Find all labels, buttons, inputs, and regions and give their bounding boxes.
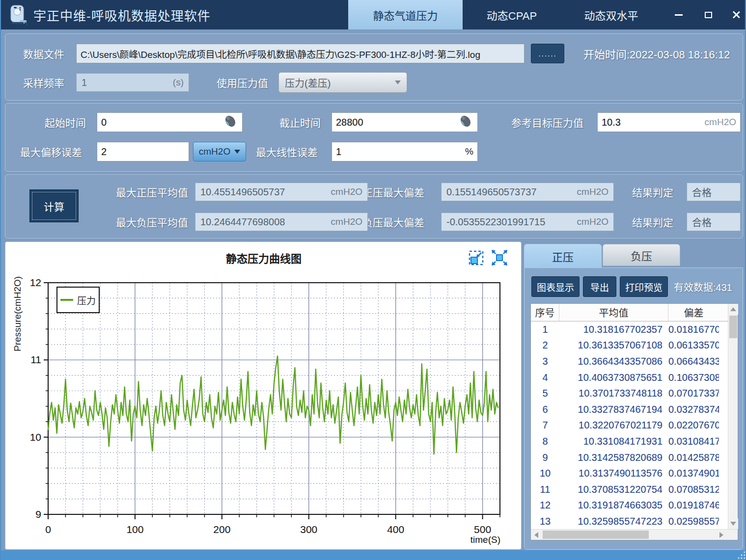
resize-grip-icon[interactable] <box>736 551 746 560</box>
cell-deviation: 0.0137490113576 <box>668 465 719 481</box>
cell-deviation: 0.0708531220754 <box>668 481 719 498</box>
export-button[interactable]: 导出 <box>583 276 616 297</box>
scroll-up-button[interactable] <box>728 304 738 315</box>
vertical-scrollbar[interactable] <box>728 304 738 529</box>
sample-rate-unit: (s) <box>173 77 184 88</box>
cell-deviation: 0.0613357067108 <box>668 338 719 354</box>
svg-text:10: 10 <box>30 431 41 443</box>
cell-index: 12 <box>531 498 559 514</box>
table-row[interactable]: 1010.31374901135760.0137490113576 <box>531 465 738 481</box>
cell-average: 10.4063730875651 <box>559 370 668 386</box>
cell-index: 4 <box>531 370 559 386</box>
max-linear-error-input[interactable]: 1 % <box>332 142 478 161</box>
table-row[interactable]: 710.32207670211790.0220767021179 <box>531 418 738 434</box>
valid-data-count: 有效数据:431 <box>674 276 732 297</box>
sample-rate-input[interactable]: 1 (s) <box>76 73 189 92</box>
vertical-scroll-thumb[interactable] <box>729 316 737 338</box>
cell-average: 10.3613357067108 <box>559 338 668 354</box>
chevron-down-icon <box>395 80 401 84</box>
target-pressure-unit: cmH2O <box>705 117 736 128</box>
browse-button[interactable]: ...... <box>531 44 564 63</box>
window-bottom-frame <box>1 550 746 560</box>
max-offset-error-label: 最大偏移误差 <box>20 142 82 161</box>
table-row[interactable]: 610.33278374671940.0327837467194 <box>531 401 738 418</box>
negative-max-deviation-value: -0.0535522301991715 cmH2O <box>441 213 614 231</box>
file-path-input[interactable]: C:\Users\颜峰\Desktop\完成项目\北检所\呼吸机数据\静态压力\… <box>76 44 525 63</box>
verdict-label: 结果判定 <box>632 183 673 201</box>
offset-unit-dropdown[interactable]: cmH2O <box>193 142 246 161</box>
cell-deviation: 0.0664343357086 <box>668 353 719 370</box>
target-pressure-input[interactable]: 10.3 cmH2O <box>597 112 741 132</box>
table-body: 110.3181677023570.018167702357210.361335… <box>531 321 738 530</box>
table-row[interactable]: 210.36133570671080.0613357067108 <box>531 338 738 354</box>
legend-line-swatch <box>60 299 73 301</box>
minimize-button[interactable] <box>668 0 690 29</box>
close-button[interactable] <box>725 0 746 29</box>
cell-deviation: 0.0259855747223 <box>668 513 719 530</box>
cell-index: 13 <box>531 513 559 530</box>
scroll-down-button[interactable] <box>728 518 738 529</box>
tab-static-airway-pressure[interactable]: 静态气道压力 <box>348 0 463 29</box>
scroll-left-button[interactable] <box>531 530 542 540</box>
table-row[interactable]: 1210.31918746630350.0191874663035 <box>531 498 738 514</box>
calculate-button[interactable]: 计算 <box>29 189 79 222</box>
cell-average: 10.3191874663035 <box>559 498 668 514</box>
horizontal-scroll-thumb[interactable] <box>543 531 649 539</box>
svg-text:9: 9 <box>35 508 41 520</box>
tab-dynamic-bilevel[interactable]: 动态双水平 <box>561 0 662 29</box>
start-time-text: 开始时间:2022-03-08 18:16:12 <box>583 44 730 63</box>
svg-text:0: 0 <box>45 524 51 535</box>
chart-panel: 静态压力曲线图 Pressure(cmH2O) 9101112010020030… <box>5 241 522 550</box>
tab-positive-pressure[interactable]: 正压 <box>524 244 602 267</box>
horizontal-scrollbar[interactable] <box>531 529 738 540</box>
cell-index: 10 <box>531 465 559 481</box>
pressure-source-label: 使用压力值 <box>217 73 268 92</box>
max-linear-error-label: 最大线性误差 <box>256 142 318 161</box>
table-row[interactable]: 810.3310841719310.031084171931 <box>531 433 738 450</box>
cell-average: 10.3259855747223 <box>559 513 668 530</box>
cell-deviation: 0.0191874663035 <box>668 498 719 514</box>
tab-negative-pressure[interactable]: 负压 <box>603 244 680 266</box>
tab-dynamic-cpap[interactable]: 动态CPAP <box>463 0 561 29</box>
cell-index: 5 <box>531 385 559 401</box>
max-positive-avg-value: 10.4551496505737 cmH2O <box>195 183 368 201</box>
table-row[interactable]: 910.31425878206890.0142587820689 <box>531 450 738 466</box>
cell-average: 10.318167702357 <box>559 321 668 338</box>
print-preview-button[interactable]: 打印预览 <box>620 276 668 297</box>
x-axis-label: time(S) <box>470 534 500 545</box>
table-row[interactable]: 110.3181677023570.018167702357 <box>531 321 738 338</box>
max-offset-error-input[interactable]: 2 <box>97 142 189 161</box>
app-window: 宇正中维-呼吸机数据处理软件 静态气道压力 动态CPAP 动态双水平 数据文件 … <box>0 0 746 560</box>
cell-deviation: 0.0701733748118 <box>668 385 719 401</box>
cell-index: 1 <box>531 321 559 338</box>
table-row[interactable]: 1110.37085312207540.0708531220754 <box>531 481 738 498</box>
scroll-right-button[interactable] <box>716 530 727 540</box>
mouse-icon <box>458 114 473 131</box>
cell-index: 7 <box>531 418 559 434</box>
cell-deviation: 0.031084171931 <box>668 433 719 450</box>
verdict-value: 合格 <box>687 183 741 201</box>
cell-index: 9 <box>531 450 559 466</box>
start-time-input[interactable]: 0 <box>97 112 243 132</box>
svg-text:500: 500 <box>474 524 491 535</box>
cell-deviation: 0.1063730875651 <box>668 370 719 386</box>
cell-index: 6 <box>531 401 559 418</box>
end-time-input[interactable]: 28800 <box>332 112 478 132</box>
maximize-icon <box>705 12 712 18</box>
table-row[interactable]: 310.36643433570860.0664343357086 <box>531 353 738 370</box>
result-data-table: 序号 平均值 偏差 110.3181677023570.018167702357… <box>530 303 738 540</box>
table-row[interactable]: 510.37017337481180.0701733748118 <box>531 385 738 401</box>
titlebar: 宇正中维-呼吸机数据处理软件 静态气道压力 动态CPAP 动态双水平 <box>1 0 746 29</box>
maximize-button[interactable] <box>697 0 719 29</box>
cell-index: 8 <box>531 433 559 450</box>
max-positive-avg-label: 最大正压平均值 <box>105 183 188 201</box>
cell-average: 10.3327837467194 <box>559 401 668 418</box>
linear-error-unit: % <box>465 146 473 157</box>
chart-display-button[interactable]: 图表显示 <box>531 276 580 297</box>
cell-average: 10.331084171931 <box>559 433 668 450</box>
pressure-source-dropdown[interactable]: 压力(差压) <box>278 72 407 93</box>
cell-deviation: 0.0220767021179 <box>668 418 719 434</box>
table-row[interactable]: 410.40637308756510.1063730875651 <box>531 370 738 386</box>
table-row[interactable]: 1310.32598557472230.0259855747223 <box>531 513 738 530</box>
header-index: 序号 <box>531 304 559 321</box>
